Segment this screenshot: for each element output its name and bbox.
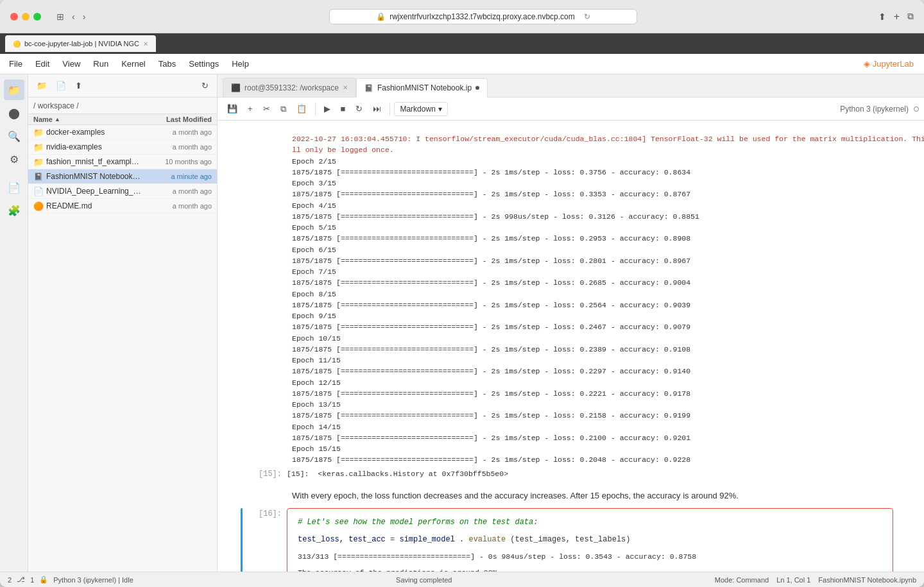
cell-16-row: [16]: # Let's see how the model performs… (248, 508, 893, 572)
file-list-header: Name ▲ Last Modified (28, 114, 217, 125)
traffic-lights (10, 13, 41, 21)
run-cell-button[interactable]: ▶ (320, 101, 335, 116)
menu-run[interactable]: Run (87, 56, 115, 71)
menu-settings[interactable]: Settings (182, 56, 225, 71)
nav-controls: ⊞ ‹ › (54, 10, 88, 23)
new-tab-button[interactable]: + (894, 11, 900, 22)
menu-kernel[interactable]: Kernel (115, 56, 152, 71)
minimize-button[interactable] (22, 13, 30, 21)
new-file-icon[interactable]: 📄 (4, 177, 24, 198)
activity-bar: 📁 ⬤ 🔍 ⚙ 📄 🧩 (0, 74, 28, 572)
new-file-button[interactable]: 📄 (53, 79, 69, 92)
cell-15-output-row: [15]: [15]: <keras.callbacks.History at … (248, 468, 893, 479)
file-modified: a month ago (141, 143, 212, 151)
file-list: 📁 docker-examples a month ago 📁 nvidia-e… (28, 125, 217, 572)
output-progress8: 1875/1875 [=============================… (292, 300, 893, 311)
cut-cell-button[interactable]: ✂ (259, 101, 275, 116)
restart-button[interactable]: ↻ (351, 101, 367, 116)
output-epoch5: Epoch 5/15 (292, 222, 893, 233)
new-folder-button[interactable]: 📁 (33, 79, 50, 92)
save-button[interactable]: 💾 (223, 101, 242, 116)
tab-favicon: 🟡 (13, 40, 21, 47)
files-icon[interactable]: 📁 (4, 80, 24, 100)
notebook-filename: FashionMNIST Notebook.ipynb (818, 576, 916, 584)
menubar-right: ◈ JupyterLab (864, 59, 921, 69)
folder-icon: 📁 (33, 127, 44, 137)
list-item[interactable]: 📁 nvidia-examples a month ago (28, 140, 217, 155)
insert-cell-button[interactable]: + (243, 101, 257, 116)
git-icon: ⎇ (17, 575, 25, 584)
app-window: ⊞ ‹ › 🔒 rwjxentrfvurlxzchp1332.t7wbcizq.… (0, 0, 924, 587)
lock-icon: 🔒 (376, 12, 386, 21)
output-progress6: 1875/1875 [=============================… (292, 255, 893, 266)
cell-16-prompt: [16]: (248, 508, 287, 572)
list-item[interactable]: 📄 NVIDIA_Deep_Learning_Conta... a month … (28, 184, 217, 199)
file-modified: a month ago (141, 187, 212, 195)
code-equals: = (390, 535, 399, 544)
maximize-button[interactable] (33, 13, 41, 21)
share-button[interactable]: ⬆ (878, 12, 886, 22)
col-name-header[interactable]: Name ▲ (33, 115, 141, 123)
kernel-idle-status: Python 3 (ipykernel) | Idle (53, 576, 133, 584)
paste-cell-button[interactable]: 📋 (292, 101, 311, 116)
run-all-button[interactable]: ⏭ (368, 101, 386, 116)
windows-button[interactable]: ⧉ (907, 11, 914, 22)
list-item[interactable]: 📁 docker-examples a month ago (28, 125, 217, 140)
code-method: evaluate (468, 535, 506, 544)
toolbar-separator (315, 103, 316, 115)
cell-16-content[interactable]: # Let's see how the model performs on th… (287, 508, 893, 572)
browser-tabbar: 🟡 bc-coe-jupyter-lab-job | NVIDIA NGC ✕ (0, 33, 924, 54)
upload-button[interactable]: ⬆ (72, 79, 85, 92)
browser-tab-active[interactable]: 🟡 bc-coe-jupyter-lab-job | NVIDIA NGC ✕ (5, 35, 156, 52)
unsaved-dot (475, 86, 479, 90)
url-display[interactable]: rwjxentrfvurlxzchp1332.t7wbcizq.proxy.ac… (389, 12, 575, 21)
refresh-button[interactable]: ↻ (198, 79, 212, 92)
file-modified: a month ago (141, 128, 212, 136)
output-epoch9: Epoch 9/15 (292, 311, 893, 321)
list-item[interactable]: 🟠 README.md a month ago (28, 199, 217, 214)
settings-icon[interactable]: ⚙ (4, 149, 24, 169)
menu-help[interactable]: Help (225, 56, 255, 71)
menu-edit[interactable]: Edit (29, 56, 56, 71)
list-item[interactable]: 📁 fashion_mnist_tf_example_1.0.... 10 mo… (28, 155, 217, 169)
extensions-icon[interactable]: 🧩 (4, 200, 24, 221)
tab-close-icon[interactable]: ✕ (343, 84, 348, 91)
output-epoch10: Epoch 10/15 (292, 333, 893, 344)
cursor-position: Ln 1, Col 1 (776, 576, 810, 584)
output-epoch7: Epoch 7/15 (292, 266, 893, 277)
output-progress14: 1875/1875 [=============================… (292, 432, 893, 443)
reload-icon[interactable]: ↻ (584, 12, 590, 21)
titlebar-right: ⬆ + ⧉ (878, 11, 914, 22)
sort-icon: ▲ (55, 116, 60, 123)
list-item-selected[interactable]: 📓 FashionMNIST Notebook.ipynb a minute a… (28, 169, 217, 184)
stop-button[interactable]: ■ (336, 101, 350, 116)
tab-terminal[interactable]: ⬛ root@3591332: /workspace ✕ (223, 78, 356, 97)
tab-notebook[interactable]: 📓 FashionMNIST Notebook.ip (356, 78, 488, 98)
cell-16-output-text: The accuracy of the predictions is aroun… (298, 567, 882, 572)
menu-tabs[interactable]: Tabs (152, 56, 182, 71)
cell-16-progress: 313/313 [==============================]… (298, 551, 882, 562)
notebook-content[interactable]: 2022-10-27 16:03:04.455710: I tensorflow… (218, 121, 924, 572)
forward-button[interactable]: › (80, 10, 89, 23)
back-button[interactable]: ‹ (69, 10, 78, 23)
search-icon[interactable]: 🔍 (4, 126, 24, 146)
statusbar-center: Saving completed (133, 576, 715, 584)
breadcrumb-text: / workspace / (33, 101, 79, 110)
running-icon[interactable]: ⬤ (4, 103, 24, 123)
sidebar-toggle-button[interactable]: ⊞ (54, 10, 67, 23)
cell-16[interactable]: [16]: # Let's see how the model performs… (248, 508, 893, 572)
copy-cell-button[interactable]: ⧉ (276, 101, 291, 117)
tab-close-icon[interactable]: ✕ (143, 40, 148, 47)
browser-tab-label: bc-coe-jupyter-lab-job | NVIDIA NGC (24, 40, 139, 47)
cell-15-prompt: [15]: (248, 468, 287, 479)
cell-15-result: [15]: <keras.callbacks.History at 0x7f30… (287, 468, 508, 479)
output-progress5: 1875/1875 [=============================… (292, 233, 893, 244)
menu-view[interactable]: View (56, 56, 87, 71)
close-button[interactable] (10, 13, 18, 21)
file-modified: 10 months ago (141, 158, 212, 166)
output-progress12: 1875/1875 [=============================… (292, 388, 893, 399)
menu-file[interactable]: File (3, 56, 29, 71)
terminal-icon: ⬛ (231, 83, 241, 92)
cell-type-dropdown[interactable]: Markdown ▾ (394, 102, 447, 116)
file-name: fashion_mnist_tf_example_1.0.... (46, 157, 141, 166)
